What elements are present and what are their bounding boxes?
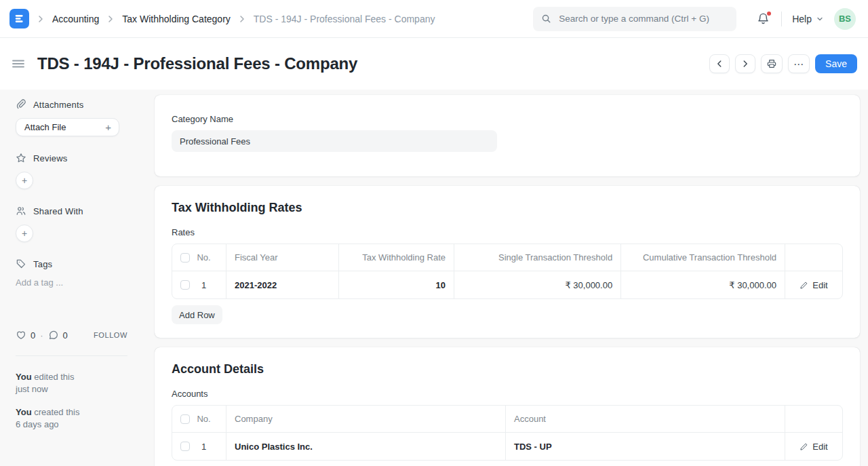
accounts-table-label: Accounts	[172, 389, 843, 399]
row-checkbox[interactable]	[180, 280, 190, 290]
tag-icon	[16, 258, 26, 269]
app-logo[interactable]	[9, 9, 29, 28]
form-main: Category Name Tax Withholding Rates Rate…	[155, 95, 860, 466]
column-company: Company	[226, 406, 506, 432]
count-separator: ·	[40, 330, 43, 341]
print-button[interactable]	[761, 54, 783, 73]
heart-icon	[16, 330, 26, 341]
edit-label: Edit	[812, 442, 827, 452]
row-checkbox[interactable]	[180, 442, 190, 451]
like-button[interactable]: 0	[16, 330, 35, 341]
tags-label: Tags	[33, 259, 52, 269]
pencil-icon	[800, 442, 808, 451]
page-title: TDS - 194J - Professional Fees - Company	[37, 54, 357, 73]
avatar[interactable]: BS	[834, 8, 856, 30]
rates-table-label: Rates	[172, 227, 843, 237]
accounts-row-1: 1 Unico Plastics Inc. TDS - UP Edit	[172, 433, 842, 460]
cumulative-transaction-threshold-cell[interactable]: ₹ 30,000.00	[621, 271, 785, 298]
add-share-button[interactable]: +	[16, 225, 33, 242]
engagement-row: 0 · 0 FOLLOW	[16, 330, 155, 341]
search-icon	[541, 14, 551, 24]
chevron-right-icon	[35, 14, 46, 24]
chevron-down-icon	[816, 15, 824, 23]
column-fiscal-year: Fiscal Year	[226, 244, 339, 271]
select-all-checkbox[interactable]	[180, 414, 190, 424]
column-single-transaction-threshold: Single Transaction Threshold	[454, 244, 621, 271]
search-input[interactable]	[557, 13, 728, 24]
breadcrumb-accounting[interactable]: Accounting	[52, 14, 99, 24]
help-menu[interactable]: Help	[792, 14, 824, 24]
star-icon	[16, 153, 26, 163]
created-action: created this	[34, 407, 79, 417]
add-tag-input[interactable]: Add a tag ...	[16, 277, 63, 288]
divider	[16, 355, 127, 356]
edit-row-button[interactable]: Edit	[800, 280, 827, 290]
created-info: You created this 6 days ago	[16, 406, 155, 431]
prev-document-button[interactable]	[709, 54, 730, 73]
created-when: 6 days ago	[16, 419, 155, 431]
plus-icon: +	[22, 175, 27, 186]
form-sidebar: Attachments Attach File + Reviews +	[0, 95, 155, 466]
ellipsis-icon: ⋯	[793, 59, 804, 69]
chevron-left-icon	[715, 59, 724, 69]
edit-row-button[interactable]: Edit	[800, 442, 827, 452]
edited-when: just now	[16, 383, 155, 395]
breadcrumb-tax-withholding-category[interactable]: Tax Withholding Category	[122, 14, 231, 24]
plus-icon: +	[105, 122, 111, 132]
notifications-button[interactable]	[755, 11, 771, 26]
category-name-input[interactable]	[172, 130, 497, 152]
row-index: 1	[190, 280, 218, 290]
account-cell[interactable]: TDS - UP	[506, 433, 785, 460]
hamburger-icon	[12, 58, 24, 69]
chevron-right-icon	[237, 14, 248, 24]
sidebar-toggle-button[interactable]	[11, 57, 26, 71]
shared-with-label: Shared With	[33, 206, 83, 216]
help-label: Help	[792, 14, 812, 24]
comments-button[interactable]: 0	[48, 330, 68, 341]
single-transaction-threshold-cell[interactable]: ₹ 30,000.00	[454, 271, 621, 298]
global-search[interactable]	[533, 7, 736, 31]
chevron-right-icon	[105, 14, 116, 24]
accounts-grid: No. Company Account 1 Unico Plastics Inc…	[172, 405, 843, 461]
tax-withholding-rate-cell[interactable]: 10	[339, 271, 454, 298]
follow-button[interactable]: FOLLOW	[94, 331, 127, 339]
column-no: No.	[190, 414, 218, 424]
chevron-right-icon	[741, 59, 750, 69]
add-row-button[interactable]: Add Row	[172, 305, 222, 324]
reviews-label: Reviews	[33, 153, 68, 163]
navbar: Accounting Tax Withholding Category TDS …	[0, 0, 868, 38]
rates-grid: No. Fiscal Year Tax Withholding Rate Sin…	[172, 244, 843, 299]
account-details-section: Account Details Accounts No. Company Acc…	[155, 347, 860, 466]
users-icon	[16, 206, 26, 216]
notification-dot	[767, 12, 771, 16]
category-name-label: Category Name	[172, 114, 843, 124]
content-layout: Attachments Attach File + Reviews +	[0, 90, 868, 466]
company-cell[interactable]: Unico Plastics Inc.	[226, 433, 506, 460]
edited-by: You	[16, 372, 32, 382]
column-tax-withholding-rate: Tax Withholding Rate	[339, 244, 454, 271]
edit-label: Edit	[812, 280, 827, 290]
column-edit	[785, 244, 842, 271]
like-count: 0	[31, 330, 35, 341]
printer-icon	[766, 58, 777, 69]
breadcrumb: Accounting Tax Withholding Category TDS …	[9, 9, 435, 28]
attach-file-button[interactable]: Attach File +	[16, 118, 119, 136]
breadcrumb-current-document: TDS - 194J - Professional Fees - Company	[254, 14, 435, 24]
add-review-button[interactable]: +	[16, 172, 33, 189]
page-head: TDS - 194J - Professional Fees - Company…	[0, 38, 868, 90]
paperclip-icon	[16, 99, 26, 110]
row-index: 1	[190, 442, 218, 452]
attach-file-label: Attach File	[24, 122, 66, 132]
more-options-button[interactable]: ⋯	[788, 54, 810, 73]
select-all-checkbox[interactable]	[180, 253, 190, 263]
column-account: Account	[506, 406, 785, 432]
divider	[781, 12, 782, 26]
save-button[interactable]: Save	[815, 54, 857, 73]
section-title: Account Details	[172, 362, 843, 376]
fiscal-year-cell[interactable]: 2021-2022	[226, 271, 339, 298]
column-no: No.	[190, 252, 218, 263]
navbar-right: Help BS	[755, 8, 856, 30]
next-document-button[interactable]	[735, 54, 755, 73]
attachments-section: Attachments Attach File +	[16, 99, 155, 136]
shared-with-section: Shared With +	[16, 206, 155, 242]
